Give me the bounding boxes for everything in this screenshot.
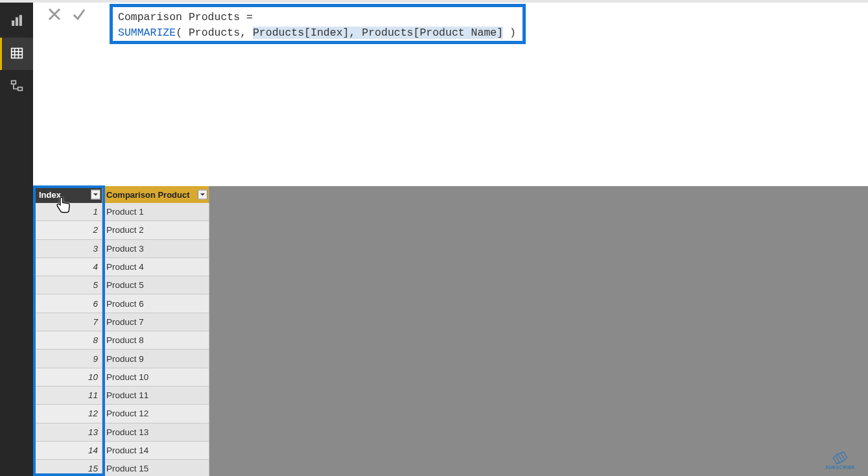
- svg-rect-0: [12, 21, 14, 26]
- cancel-formula-button[interactable]: [45, 5, 64, 25]
- table-cell-product[interactable]: Product 12: [102, 405, 209, 423]
- data-grid-region: Index 123456789101112131415 Comparison P…: [33, 186, 868, 476]
- formula-toolbar: [42, 3, 107, 27]
- table-cell-product[interactable]: Product 13: [102, 423, 209, 442]
- table-cell-index[interactable]: 1: [35, 203, 102, 221]
- nav-data-view[interactable]: [0, 38, 33, 70]
- table-cell-index[interactable]: 9: [35, 350, 102, 368]
- table-cell-product[interactable]: Product 8: [102, 331, 209, 350]
- chevron-down-icon: [93, 190, 99, 200]
- relationship-icon: [10, 79, 23, 94]
- table-cell-index[interactable]: 7: [35, 313, 102, 331]
- column-header-index-label: Index: [39, 190, 61, 200]
- table-cell-product[interactable]: Product 2: [102, 221, 209, 239]
- close-icon: [47, 6, 62, 24]
- table-cell-product[interactable]: Product 6: [102, 294, 209, 313]
- formula-line1: Comparison Products =: [118, 11, 253, 23]
- column-header-product[interactable]: Comparison Product: [102, 186, 209, 203]
- subscribe-watermark: SUBSCRIBE: [824, 451, 856, 470]
- table-cell-index[interactable]: 11: [35, 387, 102, 405]
- table-cell-product[interactable]: Product 11: [102, 387, 209, 405]
- column-header-index[interactable]: Index: [35, 186, 102, 203]
- table-cell-product[interactable]: Product 7: [102, 313, 209, 331]
- commit-formula-button[interactable]: [69, 5, 89, 25]
- nav-report-view[interactable]: [0, 5, 33, 38]
- svg-rect-8: [11, 80, 16, 84]
- data-table: Index 123456789101112131415 Comparison P…: [35, 186, 209, 476]
- svg-rect-1: [16, 18, 18, 26]
- table-cell-index[interactable]: 4: [35, 258, 102, 276]
- table-cell-index[interactable]: 13: [35, 423, 102, 442]
- table-cell-product[interactable]: Product 14: [102, 442, 209, 460]
- table-cell-product[interactable]: Product 5: [102, 276, 209, 294]
- column-index: Index 123456789101112131415: [35, 186, 102, 476]
- svg-rect-2: [19, 15, 21, 25]
- table-cell-index[interactable]: 8: [35, 331, 102, 350]
- column-filter-button[interactable]: [198, 190, 207, 200]
- table-cell-product[interactable]: Product 9: [102, 350, 209, 368]
- svg-rect-3: [11, 48, 22, 58]
- formula-selection: Products[Index], Products[Product Name]: [253, 27, 503, 39]
- svg-rect-9: [18, 87, 22, 90]
- formula-close: ): [503, 27, 516, 39]
- table-cell-index[interactable]: 14: [35, 442, 102, 460]
- column-header-product-label: Comparison Product: [106, 190, 190, 200]
- check-icon: [71, 6, 87, 24]
- table-cell-index[interactable]: 5: [35, 276, 102, 294]
- table-cell-index[interactable]: 2: [35, 221, 102, 239]
- formula-open: ( Products,: [176, 27, 253, 39]
- table-cell-index[interactable]: 10: [35, 368, 102, 387]
- chevron-down-icon: [200, 190, 205, 200]
- table-icon: [10, 47, 23, 62]
- table-cell-product[interactable]: Product 3: [102, 240, 209, 258]
- table-cell-index[interactable]: 6: [35, 294, 102, 313]
- formula-panel: Comparison Products = SUMMARIZE( Product…: [33, 3, 868, 186]
- formula-keyword: SUMMARIZE: [118, 27, 176, 39]
- bar-chart-icon: [10, 14, 23, 29]
- table-cell-product[interactable]: Product 4: [102, 258, 209, 276]
- formula-bar[interactable]: Comparison Products = SUMMARIZE( Product…: [110, 4, 526, 44]
- subscribe-label: SUBSCRIBE: [824, 465, 856, 470]
- table-cell-index[interactable]: 3: [35, 240, 102, 258]
- table-cell-product[interactable]: Product 15: [102, 460, 209, 476]
- nav-model-view[interactable]: [0, 70, 33, 102]
- dna-icon: [830, 451, 850, 464]
- table-cell-product[interactable]: Product 1: [102, 203, 209, 221]
- column-filter-button[interactable]: [91, 190, 100, 200]
- table-cell-index[interactable]: 12: [35, 405, 102, 423]
- table-cell-index[interactable]: 15: [35, 460, 102, 476]
- left-nav: [0, 3, 33, 476]
- table-cell-product[interactable]: Product 10: [102, 368, 209, 387]
- column-comparison-product: Comparison Product Product 1Product 2Pro…: [102, 186, 209, 476]
